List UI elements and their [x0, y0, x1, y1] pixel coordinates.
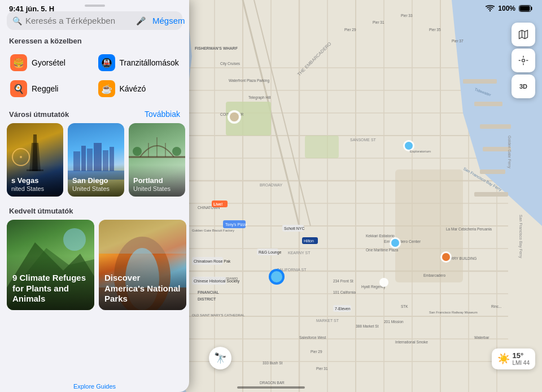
svg-text:388 Market St: 388 Market St [356, 324, 379, 328]
search-icon: 🔍 [12, 16, 22, 25]
climate-card-overlay: 9 Climate Refuges for Plants and Animals [7, 256, 94, 310]
svg-text:Rinc...: Rinc... [491, 304, 502, 308]
svg-rect-36 [480, 124, 511, 129]
svg-text:Pier 35: Pier 35 [429, 28, 441, 32]
svg-point-80 [379, 278, 388, 287]
status-indicators: 100% [486, 5, 533, 12]
city-card-vegas[interactable]: s Vegas nited States [7, 123, 63, 197]
svg-rect-39 [474, 192, 508, 197]
portland-card-name: Portland [133, 176, 181, 185]
svg-text:101 California: 101 California [333, 290, 356, 294]
sidebar-bottom: Explore Guides [0, 378, 189, 392]
svg-text:Pier 29: Pier 29 [344, 28, 356, 32]
svg-rect-38 [480, 169, 505, 174]
nearby-section-title: Keressen a közelben [0, 34, 189, 50]
svg-text:Pier 31: Pier 31 [316, 367, 328, 371]
svg-rect-37 [483, 147, 511, 151]
microphone-icon[interactable]: 🎤 [136, 16, 146, 25]
kavézo-label: Kávézó [120, 84, 146, 93]
3d-button[interactable]: 3D [512, 75, 535, 98]
nearby-item-reggeli[interactable]: 🍳 Reggeli [7, 76, 95, 102]
vegas-card-country: nited States [11, 185, 59, 192]
svg-text:Schott NYC: Schott NYC [284, 227, 305, 230]
tranzit-icon: 🚇 [98, 54, 115, 71]
svg-rect-32 [395, 169, 463, 282]
svg-rect-31 [305, 136, 339, 158]
city-card-sandiego[interactable]: San Diego United States [68, 123, 124, 197]
nearby-item-gyorsetel[interactable]: 🍔 Gyorsétel [7, 50, 95, 76]
svg-rect-35 [474, 102, 502, 106]
temperature-value: 15° [512, 352, 530, 360]
svg-rect-140 [99, 220, 186, 254]
svg-text:Golden Gate Biscuit Factory: Golden Gate Biscuit Factory [192, 229, 234, 232]
battery-label: 100% [498, 5, 515, 12]
svg-point-121 [20, 156, 22, 158]
svg-text:OLD SAINT MARY'S CATHEDRAL: OLD SAINT MARY'S CATHEDRAL [192, 313, 245, 317]
city-card-portland[interactable]: Portland United States [129, 123, 185, 197]
svg-point-73 [230, 112, 239, 121]
explore-guides-label[interactable]: Explore Guides [73, 383, 116, 390]
tranzit-label: Tranzitállomások [120, 58, 179, 67]
svg-text:San Francisco Railway Museum: San Francisco Railway Museum [429, 311, 478, 314]
svg-text:Pier 29: Pier 29 [311, 350, 322, 354]
reggeli-label: Reggeli [32, 84, 58, 93]
svg-text:Telegraph Hill: Telegraph Hill [248, 95, 271, 100]
weather-icon: ☀️ [497, 352, 510, 365]
svg-text:Tony's Pizza: Tony's Pizza [225, 223, 247, 227]
parks-card-title: Discover America's National Parks [104, 273, 181, 304]
svg-text:Waterbar: Waterbar [474, 336, 489, 339]
nearby-item-tranzit[interactable]: 🚇 Tranzitállomások [95, 50, 183, 76]
svg-text:234 Front St: 234 Front St [333, 279, 353, 283]
parks-card-overlay: Discover America's National Parks [99, 256, 186, 310]
nearby-item-kavézo[interactable]: ☕ Kávézó [95, 76, 183, 102]
svg-text:FISHERMAN'S WHARF: FISHERMAN'S WHARF [195, 46, 238, 50]
svg-text:STK: STK [401, 304, 408, 308]
svg-point-75 [271, 271, 282, 282]
svg-text:333 Bush St: 333 Bush St [263, 361, 283, 365]
temperature-badge[interactable]: ☀️ 15° LMI 44 [492, 349, 535, 369]
search-input[interactable] [25, 16, 133, 25]
map-type-button[interactable] [512, 23, 535, 46]
reggeli-icon: 🍳 [10, 80, 27, 97]
location-button[interactable] [512, 49, 535, 72]
home-indicator [237, 386, 305, 389]
svg-text:SANSOME ST: SANSOME ST [350, 138, 377, 142]
city-guides-title: Városi útmutatók [9, 110, 69, 119]
portland-card-overlay: Portland United States [129, 165, 185, 197]
fav-guides-row: 9 Climate Refuges for Plants and Animals… [0, 220, 189, 310]
svg-text:International Smoke: International Smoke [395, 340, 428, 344]
guides-header: Városi útmutatók Továbbiak [0, 107, 189, 123]
sandiego-card-overlay: San Diego United States [68, 165, 124, 197]
fav-card-climate[interactable]: 9 Climate Refuges for Plants and Animals [7, 220, 94, 310]
cancel-button[interactable]: Mégsem [149, 16, 185, 25]
svg-text:Golden Gate Ferry: Golden Gate Ferry [507, 136, 512, 168]
kavézo-icon: ☕ [98, 80, 115, 97]
svg-point-134 [172, 147, 181, 156]
svg-point-111 [405, 142, 413, 150]
svg-text:MARKET ST: MARKET ST [316, 319, 339, 323]
binoculars-button[interactable]: 🔭 [209, 347, 231, 369]
svg-text:Kekkari Estiatorio: Kekkari Estiatorio [366, 234, 395, 238]
svg-text:R&G Lounge: R&G Lounge [259, 250, 282, 255]
fav-card-parks[interactable]: Discover America's National Parks [99, 220, 186, 310]
nearby-grid: 🍔 Gyorsétel 🚇 Tranzitállomások 🍳 Reggeli… [0, 50, 189, 102]
svg-text:BROADWAY: BROADWAY [260, 183, 282, 187]
svg-point-137 [63, 228, 86, 251]
svg-text:Salesforce West: Salesforce West [299, 336, 326, 339]
svg-rect-34 [463, 79, 497, 84]
svg-point-144 [522, 59, 525, 62]
temperature-lmi: LMI 44 [512, 360, 530, 366]
svg-text:DISTRICT: DISTRICT [198, 297, 216, 301]
fav-guides-title: Kedvelt útmutatók [0, 204, 189, 220]
status-bar: 9:41 jún. 5. H 100% [0, 0, 542, 17]
svg-text:FINANCIAL: FINANCIAL [198, 290, 219, 294]
city-guides-row: s Vegas nited States Sa [0, 123, 189, 197]
svg-text:Embarcadero: Embarcadero [423, 273, 445, 277]
guides-more-button[interactable]: Továbbiak [145, 110, 180, 119]
sandiego-card-name: San Diego [72, 176, 120, 185]
gyorsetel-icon: 🍔 [10, 54, 27, 71]
svg-text:Waterfront Plaza Parking: Waterfront Plaza Parking [229, 79, 269, 83]
svg-text:DRAGON BAR: DRAGON BAR [260, 381, 285, 385]
svg-text:Live!: Live! [213, 202, 222, 206]
vegas-card-name: s Vegas [11, 176, 59, 185]
